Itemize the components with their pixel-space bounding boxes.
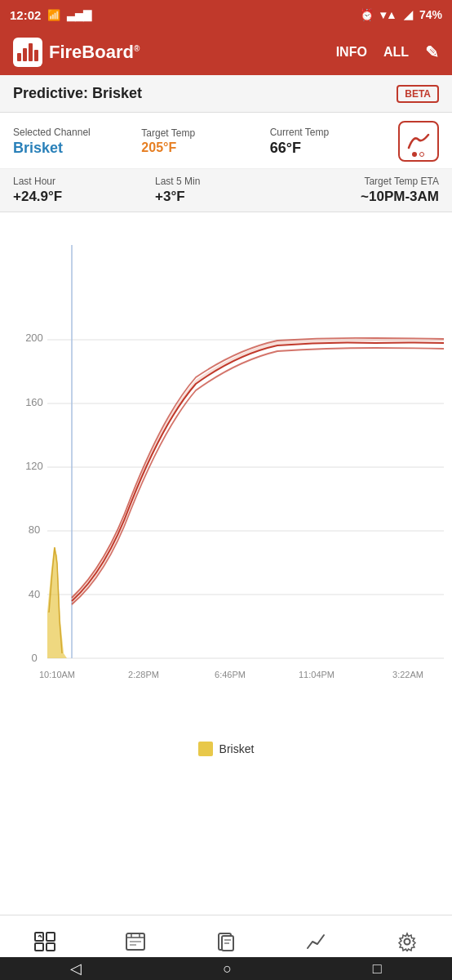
back-button[interactable]: ◁ [70, 960, 82, 978]
eta-col: Target Temp ETA ~10PM-3AM [297, 176, 439, 205]
svg-text:11:04PM: 11:04PM [299, 670, 335, 679]
selected-channel-label: Selected Channel [13, 127, 141, 138]
svg-line-24 [40, 935, 42, 938]
svg-text:120: 120 [25, 460, 43, 472]
svg-point-35 [404, 938, 410, 944]
battery: 74% [419, 8, 442, 21]
svg-text:200: 200 [25, 332, 43, 344]
svg-text:0: 0 [31, 652, 37, 664]
last-hour-col: Last Hour +24.9°F [13, 176, 155, 205]
analyze-icon [306, 932, 327, 956]
all-button[interactable]: ALL [383, 45, 409, 60]
app-logo: FireBoard® [13, 38, 336, 67]
logo-icon [13, 38, 42, 67]
svg-text:160: 160 [25, 396, 43, 408]
info-button[interactable]: INFO [336, 45, 367, 60]
sessions-icon [125, 932, 146, 956]
dot2 [419, 152, 424, 157]
time: 12:02 [10, 8, 41, 22]
svg-text:6:46PM: 6:46PM [215, 670, 246, 679]
svg-rect-20 [47, 933, 55, 941]
status-bar: 12:02 📶 ▃▅▇ ⏰ ▾▲ ◢ 74% [0, 0, 452, 29]
last-5min-col: Last 5 Min +3°F [155, 176, 297, 205]
alarm-icon: ⏰ [360, 8, 374, 21]
beta-badge: BETA [397, 85, 439, 103]
bar2 [23, 48, 27, 61]
svg-text:40: 40 [29, 588, 40, 600]
recent-button[interactable]: □ [373, 960, 382, 978]
selected-channel-col: Selected Channel Brisket [13, 127, 141, 157]
stats-bar: Last Hour +24.9°F Last 5 Min +3°F Target… [0, 169, 452, 212]
last-5min-label: Last 5 Min [155, 176, 297, 187]
channel-icon[interactable] [398, 121, 439, 162]
legend-color-box [198, 742, 213, 756]
legend-label: Brisket [219, 742, 255, 755]
signal-bars-icon: ◢ [404, 8, 413, 21]
target-temp-col: Target Temp 205°F [141, 127, 269, 155]
bar1 [17, 53, 21, 61]
home-button[interactable]: ○ [223, 960, 232, 978]
app-header: FireBoard® INFO ALL ✎ [0, 29, 452, 75]
svg-rect-21 [35, 943, 43, 951]
dashboard-icon [34, 932, 55, 956]
page-title: Predictive: Brisket [13, 85, 142, 102]
logo-bars [17, 43, 38, 61]
eta-value: ~10PM-3AM [297, 189, 439, 205]
dot1 [412, 152, 417, 157]
bar3 [29, 43, 33, 61]
status-bar-left: 12:02 📶 ▃▅▇ [10, 8, 91, 22]
last-hour-value: +24.9°F [13, 189, 155, 205]
current-temp-label: Current Temp [270, 127, 398, 138]
target-temp-label: Target Temp [141, 127, 269, 139]
programs-icon [215, 932, 237, 956]
signal-icon: ▃▅▇ [67, 9, 91, 21]
chart-area: 0 40 80 120 160 200 10:10AM 2:28PM 6:46P… [0, 212, 452, 760]
settings-icon [397, 932, 418, 956]
selected-channel-value: Brisket [13, 140, 141, 157]
system-nav-bar: ◁ ○ □ [0, 957, 452, 980]
svg-rect-22 [47, 943, 55, 951]
legend: Brisket [0, 738, 452, 763]
wifi-icon: ▾▲ [380, 8, 397, 21]
sim-icon: 📶 [47, 9, 60, 21]
edit-button[interactable]: ✎ [425, 42, 439, 62]
last-hour-label: Last Hour [13, 176, 155, 187]
current-temp-col: Current Temp 66°F [270, 127, 398, 157]
svg-text:80: 80 [29, 523, 40, 536]
eta-label: Target Temp ETA [297, 176, 439, 187]
app-title: FireBoard® [49, 42, 140, 63]
info-bar: Selected Channel Brisket Target Temp 205… [0, 113, 452, 169]
page-header: Predictive: Brisket BETA [0, 75, 452, 113]
target-temp-value: 205°F [141, 140, 269, 155]
bar4 [34, 50, 38, 61]
current-temp-value: 66°F [270, 140, 398, 157]
svg-text:10:10AM: 10:10AM [39, 670, 75, 679]
channel-graph-icon [407, 131, 430, 151]
svg-text:3:22AM: 3:22AM [392, 670, 423, 679]
last-5min-value: +3°F [155, 189, 297, 205]
header-actions: INFO ALL ✎ [336, 42, 439, 62]
svg-text:2:28PM: 2:28PM [128, 670, 159, 679]
chart-svg: 0 40 80 120 160 200 10:10AM 2:28PM 6:46P… [0, 220, 452, 735]
status-bar-right: ⏰ ▾▲ ◢ 74% [360, 8, 442, 21]
